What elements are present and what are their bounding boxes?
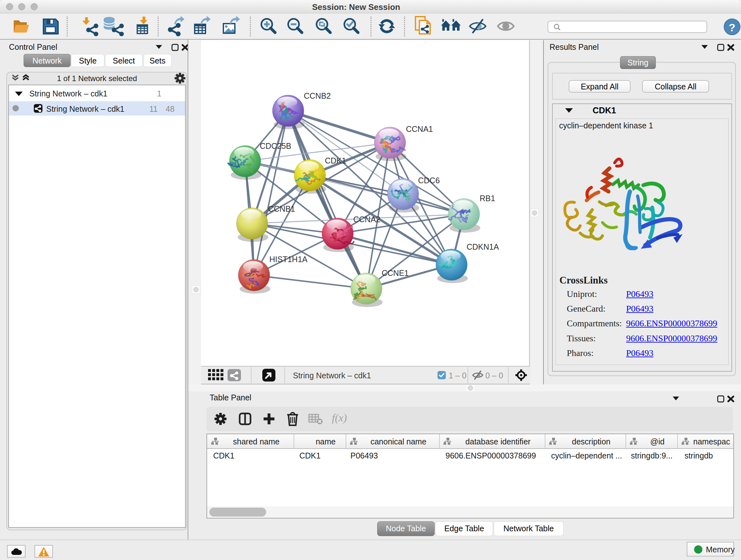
svg-text:CDC6: CDC6	[418, 176, 440, 185]
svg-text:RB1: RB1	[480, 194, 495, 203]
svg-text:HIST1H1A: HIST1H1A	[269, 255, 308, 264]
svg-text:CDKN1A: CDKN1A	[467, 242, 499, 251]
svg-text:CCNB1: CCNB1	[268, 204, 295, 213]
svg-text:CCNE1: CCNE1	[382, 268, 409, 277]
svg-text:CCNB2: CCNB2	[304, 91, 331, 100]
svg-text:CDK1: CDK1	[325, 156, 346, 165]
svg-text:CCNA1: CCNA1	[406, 125, 433, 133]
svg-text:CDC25B: CDC25B	[260, 141, 291, 150]
svg-text:CCNA2: CCNA2	[353, 215, 381, 224]
